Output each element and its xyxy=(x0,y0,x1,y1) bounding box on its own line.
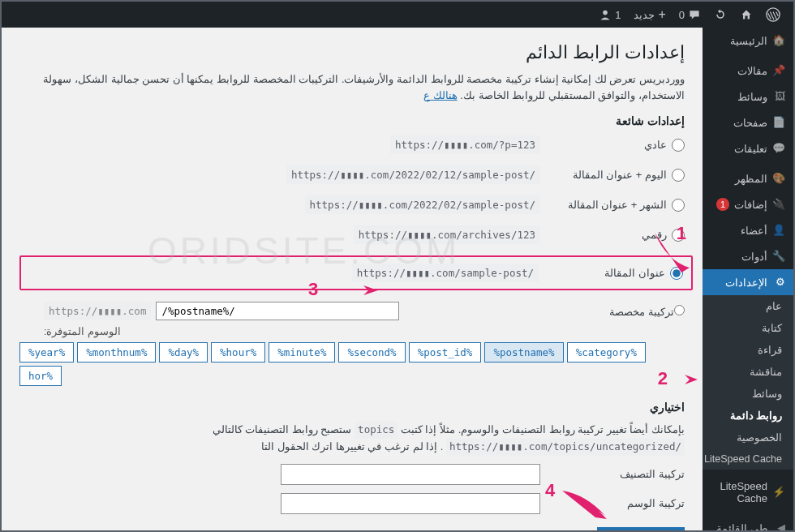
tag-postname[interactable]: %postname% xyxy=(484,342,563,363)
option-custom-row: تركيبة مخصصة https://▮▮▮▮.com xyxy=(19,302,685,320)
menu-pages[interactable]: 📄صفحات xyxy=(703,109,793,135)
tag-category[interactable]: %category% xyxy=(567,342,646,363)
radio-plain[interactable] xyxy=(672,139,685,152)
tag-buttons: %year% %monthnum% %day% %hour% %minute% … xyxy=(19,342,685,386)
tag-author-cut[interactable]: hor% xyxy=(19,366,62,386)
custom-structure-input[interactable] xyxy=(156,302,399,320)
menu-users[interactable]: 👤أعضاء xyxy=(703,217,793,243)
media-icon: 🖼 xyxy=(772,90,785,103)
intro-text: ووردبريس تعرض لك إمكانية إنشاء تركيبة مخ… xyxy=(19,71,685,103)
menu-appearance[interactable]: 🎨المظهر xyxy=(703,165,793,191)
sample-day: https://▮▮▮▮.com/2022/02/12/sample-post/ xyxy=(286,165,540,184)
option-numeric-row: رقمي https://▮▮▮▮.com/archives/123 xyxy=(19,225,685,244)
menu-comments[interactable]: 💬تعليقات xyxy=(703,135,793,161)
radio-month[interactable] xyxy=(672,199,685,212)
menu-dashboard[interactable]: 🏠الرئيسية xyxy=(703,28,793,54)
sample-postname: https://▮▮▮▮.com/sample-post/ xyxy=(352,264,539,282)
tag-base-label: تركيبة الوسم xyxy=(555,497,685,509)
optional-desc: بإمكانك أيضاً تغيير تركيبة روابط التصنيف… xyxy=(19,422,685,456)
admin-sidebar: 🏠الرئيسية 📌مقالات 🖼وسائط 📄صفحات 💬تعليقات… xyxy=(703,28,793,530)
option-custom[interactable]: تركيبة مخصصة xyxy=(609,305,685,318)
new-label: جديد xyxy=(634,9,655,21)
wrench-icon: 🔧 xyxy=(772,250,785,263)
user-icon: 👤 xyxy=(772,224,785,237)
custom-prefix: https://▮▮▮▮.com xyxy=(44,302,151,320)
comments-count[interactable]: 0 xyxy=(673,8,707,21)
plugin-badge: 1 xyxy=(716,198,729,211)
sub-writing[interactable]: كتابة xyxy=(703,317,793,339)
tag-base-input[interactable] xyxy=(281,493,540,514)
pin-icon: 📌 xyxy=(772,64,785,77)
home-icon[interactable] xyxy=(733,8,759,21)
new-content[interactable]: + جديد xyxy=(627,7,672,22)
dashboard-icon: 🏠 xyxy=(772,34,785,47)
menu-tools[interactable]: 🔧أدوات xyxy=(703,243,793,269)
option-plain-row: عادي https://▮▮▮▮.com/?p=123 xyxy=(19,135,685,154)
tag-base-row: تركيبة الوسم xyxy=(19,493,685,514)
comment-icon: 💬 xyxy=(772,142,785,155)
sub-privacy[interactable]: الخصوصية xyxy=(703,427,793,448)
menu-posts[interactable]: 📌مقالات xyxy=(703,58,793,84)
wp-logo-icon[interactable] xyxy=(759,7,787,22)
tag-second[interactable]: %second% xyxy=(338,342,405,363)
user-greeting[interactable]: 1 xyxy=(592,8,627,21)
sub-discussion[interactable]: مناقشة xyxy=(703,361,793,383)
collapse-icon: ◀ xyxy=(772,521,785,530)
tag-minute[interactable]: %minute% xyxy=(269,342,335,363)
category-base-label: تركيبة التصنيف xyxy=(555,468,685,480)
page-icon: 📄 xyxy=(772,116,785,129)
optional-head: اختياري xyxy=(19,401,685,414)
common-settings-head: إعدادات شائعة xyxy=(19,114,685,127)
settings-submenu: عام كتابة قراءة مناقشة وسائط روابط دائمة… xyxy=(703,295,793,470)
plugin-icon: 🔌 xyxy=(772,198,785,211)
tag-monthnum[interactable]: %monthnum% xyxy=(77,342,156,363)
option-day[interactable]: اليوم + عنوان المقالة xyxy=(555,169,685,182)
svg-point-1 xyxy=(603,11,608,15)
radio-numeric[interactable] xyxy=(672,229,685,242)
sub-media[interactable]: وسائط xyxy=(703,383,793,405)
radio-day[interactable] xyxy=(672,169,685,182)
tags-hint: الوسوم المتوفرة: xyxy=(44,325,685,337)
sub-reading[interactable]: قراءة xyxy=(703,339,793,361)
option-postname-row: عنوان المقالة https://▮▮▮▮.com/sample-po… xyxy=(19,255,693,290)
content-area: إعدادات الرابط الدائم ووردبريس تعرض لك إ… xyxy=(2,28,703,530)
tag-postid[interactable]: %post_id% xyxy=(409,342,482,363)
radio-custom[interactable] xyxy=(674,305,685,315)
sample-plain: https://▮▮▮▮.com/?p=123 xyxy=(390,135,540,154)
tag-hour[interactable]: %hour% xyxy=(211,342,265,363)
user-count: 1 xyxy=(615,9,621,21)
radio-postname[interactable] xyxy=(670,267,683,280)
sample-month: https://▮▮▮▮.com/2022/02/sample-post/ xyxy=(305,195,540,214)
sub-permalinks[interactable]: روابط دائمة xyxy=(703,405,793,427)
category-base-input[interactable] xyxy=(281,464,540,485)
sample-numeric: https://▮▮▮▮.com/archives/123 xyxy=(354,225,540,244)
category-base-row: تركيبة التصنيف xyxy=(19,464,685,485)
intro-link[interactable]: هنالك ع xyxy=(423,89,458,101)
admin-bar: 0 + جديد 1 xyxy=(2,2,793,28)
menu-litespeed[interactable]: ⚡LiteSpeed Cache xyxy=(703,474,793,511)
menu-collapse[interactable]: ◀طي القائمة xyxy=(703,515,793,530)
option-postname[interactable]: عنوان المقالة xyxy=(553,267,683,280)
comments-badge: 0 xyxy=(679,9,685,21)
sub-general[interactable]: عام xyxy=(703,295,793,317)
tag-year[interactable]: %year% xyxy=(19,342,74,363)
option-plain[interactable]: عادي xyxy=(555,139,685,152)
save-button[interactable]: حفظ التغييرات xyxy=(597,527,685,531)
page-title: إعدادات الرابط الدائم xyxy=(19,42,685,63)
tag-day[interactable]: %day% xyxy=(159,342,208,363)
option-month-row: الشهر + عنوان المقالة https://▮▮▮▮.com/2… xyxy=(19,195,685,214)
menu-plugins[interactable]: 🔌إضافات1 xyxy=(703,191,793,217)
menu-settings[interactable]: ⚙الإعدادات xyxy=(703,269,793,295)
brush-icon: 🎨 xyxy=(772,172,785,185)
gear-icon: ⚙ xyxy=(772,276,785,289)
updates-icon[interactable] xyxy=(707,8,733,21)
sub-litespeed[interactable]: LiteSpeed Cache xyxy=(703,448,793,470)
option-numeric[interactable]: رقمي xyxy=(555,229,685,242)
option-month[interactable]: الشهر + عنوان المقالة xyxy=(555,199,685,212)
bolt-icon: ⚡ xyxy=(772,486,785,499)
menu-media[interactable]: 🖼وسائط xyxy=(703,84,793,109)
option-day-row: اليوم + عنوان المقالة https://▮▮▮▮.com/2… xyxy=(19,165,685,184)
